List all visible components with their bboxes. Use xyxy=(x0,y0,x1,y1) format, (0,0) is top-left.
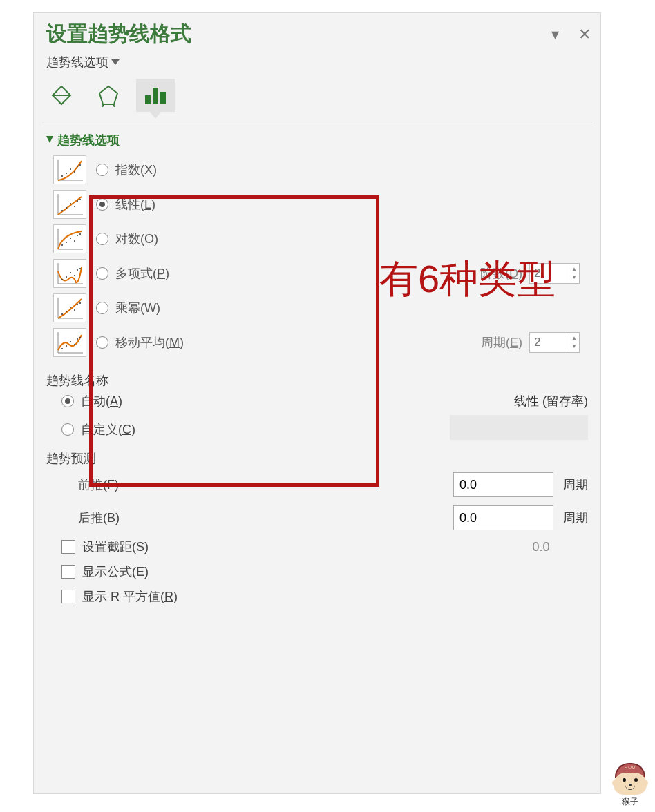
spinner-down-icon[interactable]: ▼ xyxy=(569,273,579,282)
svg-point-20 xyxy=(61,210,63,211)
svg-point-55 xyxy=(74,344,75,345)
panel-title: 设置趋势线格式 xyxy=(46,20,191,48)
svg-point-56 xyxy=(77,338,78,340)
section-trendline-options[interactable]: 趋势线选项 xyxy=(46,132,588,148)
panel-header: 设置趋势线格式 ▾ ✕ xyxy=(34,13,600,52)
svg-point-52 xyxy=(61,348,63,349)
trendline-options-tab[interactable] xyxy=(136,79,175,112)
svg-point-44 xyxy=(61,313,63,315)
trend-power-icon xyxy=(53,293,86,322)
svg-point-37 xyxy=(66,276,67,278)
backward-input[interactable] xyxy=(453,505,553,530)
svg-point-40 xyxy=(77,269,78,271)
svg-point-22 xyxy=(70,203,71,204)
set-intercept-checkbox[interactable]: 设置截距(S) xyxy=(61,539,149,555)
watermark: HOU 猴子 xyxy=(609,763,651,808)
svg-point-28 xyxy=(61,244,63,246)
svg-point-54 xyxy=(70,341,71,342)
forward-unit: 周期 xyxy=(563,476,588,493)
expand-triangle-icon xyxy=(46,133,53,148)
trendline-options-dropdown[interactable]: 趋势线选项 xyxy=(34,52,600,76)
param-label: 周期(E) xyxy=(481,334,522,351)
fill-line-tab[interactable] xyxy=(42,79,81,112)
radio-icon xyxy=(96,233,108,245)
radio-icon xyxy=(96,336,108,349)
svg-point-29 xyxy=(66,242,67,243)
svg-point-47 xyxy=(74,309,75,311)
svg-point-39 xyxy=(74,275,75,276)
display-r2-checkbox[interactable]: 显示 R 平方值(R) xyxy=(61,588,178,605)
bar-chart-icon xyxy=(144,85,167,106)
forward-label: 前推(F) xyxy=(78,476,119,493)
format-trendline-panel: 设置趋势线格式 ▾ ✕ 趋势线选项 xyxy=(33,12,601,794)
spinner-up-icon[interactable]: ▲ xyxy=(569,265,579,273)
svg-point-53 xyxy=(66,345,67,347)
spinner-up-icon[interactable]: ▲ xyxy=(569,334,579,342)
section-trendline-name: 趋势线名称 xyxy=(34,368,600,390)
trend-type-power-option[interactable]: 乘幂(W) xyxy=(96,300,160,316)
auto-name-value: 线性 (留存率) xyxy=(514,393,588,409)
radio-icon xyxy=(96,267,108,280)
trend-type-poly-option[interactable]: 多项式(P) xyxy=(96,265,169,282)
svg-point-31 xyxy=(74,240,75,242)
svg-point-41 xyxy=(79,268,81,269)
svg-point-48 xyxy=(77,304,78,305)
trend-log-icon xyxy=(53,224,86,253)
svg-point-16 xyxy=(77,166,78,167)
display-equation-checkbox[interactable]: 显示公式(E) xyxy=(61,563,149,580)
chevron-down-icon xyxy=(111,59,120,65)
annotation-text: 有6种类型 xyxy=(379,253,556,306)
radio-icon xyxy=(61,395,74,407)
trend-type-moving-option[interactable]: 移动平均(M) xyxy=(96,334,184,351)
checkbox-icon xyxy=(61,540,75,554)
svg-point-32 xyxy=(77,235,78,236)
format-tabs xyxy=(34,76,600,112)
backward-label: 后推(B) xyxy=(78,510,120,526)
param-spinner[interactable]: 2▲▼ xyxy=(529,332,580,353)
svg-point-13 xyxy=(66,173,67,174)
backward-unit: 周期 xyxy=(563,510,588,526)
svg-point-14 xyxy=(70,168,71,170)
svg-marker-0 xyxy=(111,59,120,65)
radio-icon xyxy=(96,302,108,314)
spinner-down-icon[interactable]: ▼ xyxy=(569,342,579,351)
name-auto-option[interactable]: 自动(A) xyxy=(61,393,122,409)
trend-linear-icon xyxy=(53,190,86,219)
svg-point-24 xyxy=(77,200,78,202)
checkbox-icon xyxy=(61,590,75,603)
svg-marker-9 xyxy=(46,136,53,143)
trend-type-linear-option[interactable]: 线性(L) xyxy=(96,196,155,213)
watermark-text: 猴子 xyxy=(609,796,651,808)
custom-label: 自定义(C) xyxy=(81,421,135,438)
trend-type-log-option[interactable]: 对数(O) xyxy=(96,231,158,247)
trend-exp-icon xyxy=(53,155,86,184)
divider xyxy=(42,122,592,122)
name-custom-option[interactable]: 自定义(C) xyxy=(61,421,135,438)
radio-icon xyxy=(61,423,74,436)
radio-icon xyxy=(96,198,108,211)
svg-point-30 xyxy=(70,238,71,239)
paint-bucket-icon xyxy=(50,84,73,107)
svg-point-36 xyxy=(61,279,63,280)
effects-tab[interactable] xyxy=(89,79,128,112)
svg-point-45 xyxy=(66,311,67,312)
trend-moving-icon xyxy=(53,328,86,357)
svg-point-17 xyxy=(79,164,81,166)
svg-point-57 xyxy=(79,337,81,338)
svg-point-15 xyxy=(74,171,75,173)
svg-point-38 xyxy=(70,272,71,273)
svg-point-46 xyxy=(70,307,71,308)
trend-type-exp-option[interactable]: 指数(X) xyxy=(96,162,157,178)
svg-point-21 xyxy=(66,207,67,209)
svg-marker-3 xyxy=(99,86,117,104)
close-icon[interactable]: ✕ xyxy=(578,26,591,44)
svg-point-49 xyxy=(79,302,81,304)
custom-name-input[interactable] xyxy=(450,415,588,440)
svg-point-33 xyxy=(79,233,81,235)
forward-input[interactable] xyxy=(453,472,553,497)
intercept-label: 设置截距(S) xyxy=(82,539,149,555)
svg-rect-8 xyxy=(160,92,166,104)
checkbox-icon xyxy=(61,565,75,579)
svg-rect-7 xyxy=(153,88,158,104)
panel-menu-chevron-icon[interactable]: ▾ xyxy=(551,26,559,44)
